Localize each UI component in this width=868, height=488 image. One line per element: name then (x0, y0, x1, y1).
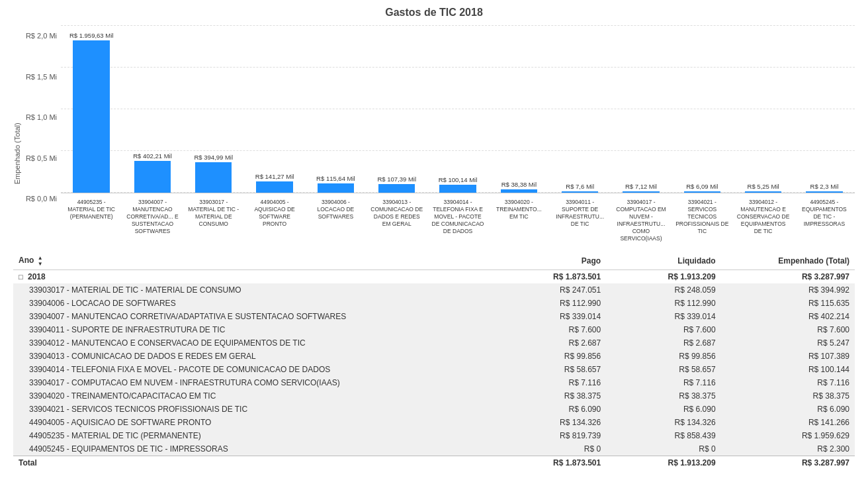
total-empenhado: R$ 3.287.997 (721, 456, 855, 470)
bar-group-0: R$ 1.959,63 Mil (61, 32, 122, 193)
bar-group-4: R$ 115,64 Mil (305, 32, 366, 193)
bar-label-11: 33904012 - MANUTENCAO E CONSERVACAO DE E… (735, 199, 791, 235)
row-empenhado-3: R$ 7.600 (721, 323, 855, 336)
bar-value-0: R$ 1.959,63 Mil (69, 32, 114, 39)
bar-label-7: 33904020 - TREINAMENTO... EM TIC (491, 199, 547, 220)
table-row: 33904020 - TREINAMENTO/CAPACITACAO EM TI… (13, 389, 855, 403)
row-empenhado-4: R$ 5.247 (721, 336, 855, 350)
row-liquidado-2: R$ 339.014 (606, 310, 720, 323)
year-cell: □ 2018 (13, 270, 492, 284)
bar-rect-2 (195, 162, 232, 193)
year-empenhado: R$ 3.287.997 (721, 270, 855, 284)
bar-value-6: R$ 100,14 Mil (439, 176, 478, 183)
bar-group-3: R$ 141,27 Mil (244, 32, 305, 193)
bar-group-11: R$ 5,25 Mil (732, 32, 793, 193)
total-liquidado: R$ 1.913.209 (606, 456, 720, 470)
row-pago-6: R$ 58.657 (492, 363, 606, 376)
bar-group-12: R$ 2,3 Mil (794, 32, 855, 193)
col-header-liquidado: Liquidado (606, 252, 720, 270)
bar-group-9: R$ 7,12 Mil (611, 32, 672, 193)
bar-value-10: R$ 6,09 Mil (686, 183, 718, 190)
bar-rect-11 (745, 191, 781, 193)
y-tick-4: R$ 0,5 Mi (26, 154, 57, 162)
bar-group-7: R$ 38,38 Mil (488, 32, 549, 193)
row-liquidado-12: R$ 0 (606, 442, 720, 456)
bar-value-2: R$ 394,99 Mil (194, 154, 233, 161)
minus-icon[interactable]: □ (19, 273, 23, 281)
row-pago-0: R$ 247.051 (492, 283, 606, 297)
table-row: 33904014 - TELEFONIA FIXA E MOVEL - PACO… (13, 363, 855, 376)
row-empenhado-5: R$ 107.389 (721, 350, 855, 363)
row-pago-10: R$ 134.326 (492, 416, 606, 429)
row-pago-5: R$ 99.856 (492, 350, 606, 363)
table-row: 33904021 - SERVICOS TECNICOS PROFISSIONA… (13, 403, 855, 416)
row-empenhado-6: R$ 100.144 (721, 363, 855, 376)
table-row: 33904017 - COMPUTACAO EM NUVEM - INFRAES… (13, 376, 855, 389)
row-pago-11: R$ 819.739 (492, 429, 606, 442)
row-name-8: 33904020 - TREINAMENTO/CAPACITACAO EM TI… (13, 389, 492, 403)
bar-label-1: 33904007 - MANUTENCAO CORRETIVA/AD... E … (124, 199, 181, 235)
row-name-6: 33904014 - TELEFONIA FIXA E MOVEL - PACO… (13, 363, 492, 376)
y-tick-2: R$ 1,5 Mi (26, 73, 57, 81)
total-row: Total R$ 1.873.501 R$ 1.913.209 R$ 3.287… (13, 456, 855, 470)
bar-group-5: R$ 107,39 Mil (367, 32, 427, 193)
col-header-pago: Pago (492, 252, 606, 270)
bar-label-2: 33903017 - MATERIAL DE TIC - MATERIAL DE… (185, 199, 241, 228)
bar-group-2: R$ 394,99 Mil (183, 32, 244, 193)
table-row: 33904007 - MANUTENCAO CORRETIVA/ADAPTATI… (13, 310, 855, 323)
table-row: 33904011 - SUPORTE DE INFRAESTRUTURA DE … (13, 323, 855, 336)
row-empenhado-0: R$ 394.992 (721, 283, 855, 297)
bar-value-5: R$ 107,39 Mil (377, 175, 416, 183)
table-row: 33904006 - LOCACAO DE SOFTWARES R$ 112.9… (13, 297, 855, 310)
row-liquidado-4: R$ 2.687 (606, 336, 720, 350)
bar-rect-4 (318, 183, 354, 193)
row-liquidado-8: R$ 38.375 (606, 389, 720, 403)
row-empenhado-1: R$ 115.635 (721, 297, 855, 310)
row-liquidado-9: R$ 6.090 (606, 403, 720, 416)
y-tick-5: R$ 0,0 Mi (26, 195, 57, 203)
row-liquidado-11: R$ 858.439 (606, 429, 720, 442)
table-area: Ano ▲▼ Pago Liquidado Empenhado (Total) … (13, 252, 855, 469)
grid-line-1 (61, 25, 855, 26)
row-empenhado-11: R$ 1.959.629 (721, 429, 855, 442)
bar-rect-0 (73, 40, 109, 193)
bar-label-5: 33904013 - COMUNICACAO DE DADOS E REDES … (369, 199, 425, 228)
data-table: Ano ▲▼ Pago Liquidado Empenhado (Total) … (13, 252, 855, 469)
row-name-12: 44905245 - EQUIPAMENTOS DE TIC - IMPRESS… (13, 442, 492, 456)
row-empenhado-7: R$ 7.116 (721, 376, 855, 389)
row-name-7: 33904017 - COMPUTACAO EM NUVEM - INFRAES… (13, 376, 492, 389)
sort-arrows-ano[interactable]: ▲▼ (38, 255, 43, 267)
row-pago-8: R$ 38.375 (492, 389, 606, 403)
col-header-empenhado: Empenhado (Total) (721, 252, 855, 270)
bar-rect-5 (378, 184, 415, 193)
bar-value-12: R$ 2,3 Mil (810, 183, 839, 190)
bar-value-9: R$ 7,12 Mil (625, 183, 657, 190)
bar-group-8: R$ 7,6 Mil (550, 32, 611, 193)
row-pago-12: R$ 0 (492, 442, 606, 456)
col-header-ano: Ano ▲▼ (13, 252, 492, 270)
bar-group-6: R$ 100,14 Mil (427, 32, 488, 193)
main-container: Gastos de TIC 2018 Empenhado (Total) R$ … (0, 0, 868, 488)
row-pago-9: R$ 6.090 (492, 403, 606, 416)
table-row: 44905235 - MATERIAL DE TIC (PERMANENTE) … (13, 429, 855, 442)
bar-value-11: R$ 5,25 Mil (748, 183, 779, 190)
row-empenhado-12: R$ 2.300 (721, 442, 855, 456)
bar-label-6: 33904014 - TELEFONIA FIXA E MOVEL - PACO… (430, 199, 486, 235)
row-name-11: 44905235 - MATERIAL DE TIC (PERMANENTE) (13, 429, 492, 442)
bar-label-0: 44905235 - MATERIAL DE TIC (PERMANENTE) (64, 199, 120, 220)
row-empenhado-9: R$ 6.090 (721, 403, 855, 416)
bar-rect-10 (684, 191, 720, 193)
row-liquidado-3: R$ 7.600 (606, 323, 720, 336)
row-empenhado-10: R$ 141.266 (721, 416, 855, 429)
row-name-3: 33904011 - SUPORTE DE INFRAESTRUTURA DE … (13, 323, 492, 336)
row-pago-1: R$ 112.990 (492, 297, 606, 310)
chart-outer: Empenhado (Total) R$ 2,0 Mi R$ 1,5 Mi R$… (13, 25, 855, 242)
bar-rect-7 (501, 189, 537, 193)
row-liquidado-6: R$ 58.657 (606, 363, 720, 376)
row-pago-2: R$ 339.014 (492, 310, 606, 323)
y-tick-1: R$ 2,0 Mi (26, 32, 57, 40)
table-row: 44905245 - EQUIPAMENTOS DE TIC - IMPRESS… (13, 442, 855, 456)
bar-rect-6 (439, 185, 476, 193)
row-liquidado-5: R$ 99.856 (606, 350, 720, 363)
year-pago: R$ 1.873.501 (492, 270, 606, 284)
